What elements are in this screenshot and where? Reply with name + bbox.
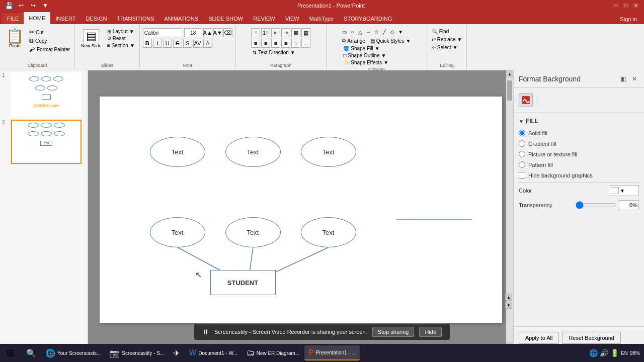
columns-btn[interactable]: ▦ xyxy=(301,28,310,37)
language-sys[interactable]: EN xyxy=(621,350,628,356)
section-button[interactable]: ≡ Section ▼ xyxy=(106,42,136,49)
prev-slide-btn[interactable]: ▲ xyxy=(505,294,512,301)
taskbar-screencastify[interactable]: 📷 Screencastify - S... xyxy=(106,345,168,360)
stop-sharing-button[interactable]: Stop sharing xyxy=(372,327,415,337)
cut-button[interactable]: ✂ Cut xyxy=(28,28,71,36)
solid-fill-radio[interactable] xyxy=(519,130,525,136)
paste-button[interactable]: 📋 Paste xyxy=(3,28,27,49)
battery-icon[interactable]: 🔋 xyxy=(610,349,619,357)
oval-bottom-3[interactable]: Text xyxy=(301,217,356,247)
shape-arrow[interactable]: → xyxy=(365,28,372,35)
reset-button[interactable]: ↺ Reset xyxy=(106,35,136,42)
tab-transitions[interactable]: TRANSITIONS xyxy=(112,13,159,24)
hide-background-checkbox[interactable] xyxy=(519,172,525,178)
justify-btn[interactable]: ≡ xyxy=(281,39,290,48)
save-btn[interactable]: 💾 xyxy=(4,1,14,10)
taskbar-screencasts[interactable]: 🌐 Your Screencasts... xyxy=(41,345,105,360)
tab-home[interactable]: HOME xyxy=(24,12,50,24)
start-button[interactable]: ⊞ xyxy=(0,344,20,362)
shape-fill-button[interactable]: 🪣 Shape Fill ▼ xyxy=(342,45,390,52)
tab-storyboarding[interactable]: STORYBOARDING xyxy=(339,13,397,24)
pattern-fill-option[interactable]: Pattern fill xyxy=(519,161,639,168)
color-picker-btn[interactable]: ▼ xyxy=(609,185,639,196)
canvas-area[interactable]: ▲ ▼ ▲ ▼ xyxy=(88,70,513,349)
oval-top-3[interactable]: Text xyxy=(301,137,356,167)
pattern-fill-radio[interactable] xyxy=(519,161,525,168)
align-left-btn[interactable]: ≡ xyxy=(251,39,260,48)
shape-star[interactable]: ☆ xyxy=(373,28,380,35)
undo-btn[interactable]: ↩ xyxy=(16,1,26,10)
shape-rect[interactable]: ▭ xyxy=(341,28,348,35)
char-spacing-btn[interactable]: AV xyxy=(193,39,202,48)
find-button[interactable]: 🔍 Find xyxy=(430,28,450,35)
line-spacing-btn[interactable]: ↕ xyxy=(291,39,300,48)
para-more-btn[interactable]: … xyxy=(301,39,310,48)
gradient-fill-radio[interactable] xyxy=(519,140,525,147)
replace-button[interactable]: ⇄ Replace ▼ xyxy=(430,36,464,43)
tab-insert[interactable]: INSERT xyxy=(50,13,80,24)
font-size-input[interactable] xyxy=(184,28,202,37)
italic-btn[interactable]: I xyxy=(153,39,162,48)
transparency-value[interactable] xyxy=(619,200,639,210)
taskbar-word[interactable]: W Document1 - W... xyxy=(185,345,241,360)
quick-styles-button[interactable]: ▤ Quick Styles ▼ xyxy=(369,37,412,44)
close-btn[interactable]: ✕ xyxy=(632,2,640,9)
taskbar-telegram[interactable]: ✈ xyxy=(169,345,184,360)
oval-top-1[interactable]: Text xyxy=(150,137,205,167)
next-slide-btn[interactable]: ▼ xyxy=(505,302,512,309)
taskbar-powerpoint[interactable]: P Presentation1 - ... xyxy=(304,345,360,360)
smartart-btn[interactable]: ⊠ xyxy=(291,28,300,37)
shape-oval[interactable]: ○ xyxy=(349,28,356,35)
font-name-input[interactable] xyxy=(143,28,183,37)
oval-bottom-1[interactable]: Text xyxy=(150,217,205,247)
apply-to-all-button[interactable]: Apply to All xyxy=(519,332,559,344)
shape-line[interactable]: ╱ xyxy=(381,28,388,35)
underline-btn[interactable]: U xyxy=(163,39,172,48)
oval-bottom-2[interactable]: Text xyxy=(225,217,281,247)
shape-outline-button[interactable]: □ Shape Outline ▼ xyxy=(342,52,390,59)
slide-thumb-2[interactable]: 2 ST xyxy=(2,120,86,164)
font-size-decrease-btn[interactable]: A▼ xyxy=(213,28,222,37)
customize-btn[interactable]: ▼ xyxy=(40,1,50,10)
panel-close-btn[interactable]: ✕ xyxy=(630,74,639,83)
increase-indent-btn[interactable]: ⇥ xyxy=(281,28,290,37)
minimize-btn[interactable]: ─ xyxy=(612,2,620,9)
slide-thumb-1[interactable]: 1 xyxy=(2,72,86,117)
shape-effects-button[interactable]: ✨ Shape Effects ▼ xyxy=(342,59,390,66)
sign-in-btn[interactable]: Sign in xyxy=(615,14,642,24)
tab-mathtype[interactable]: MathType xyxy=(304,13,339,24)
reset-background-button[interactable]: Reset Background xyxy=(562,332,621,344)
fill-section-header[interactable]: ▼ FILL xyxy=(519,118,639,125)
scrollbar-thumb[interactable] xyxy=(507,80,512,101)
bullets-btn[interactable]: ≡ xyxy=(251,28,260,37)
arrange-button[interactable]: ⧉ Arrange xyxy=(341,37,367,44)
gradient-fill-option[interactable]: Gradient fill xyxy=(519,140,639,147)
slide-canvas[interactable]: Text Text Text Text Text Text xyxy=(100,97,502,323)
shape-more[interactable]: ▼ xyxy=(397,28,404,35)
shape-triangle[interactable]: △ xyxy=(357,28,364,35)
panel-pin-btn[interactable]: ◧ xyxy=(619,74,628,83)
text-direction-button[interactable]: ⇅ Text Direction ▼ xyxy=(251,49,296,56)
taskbar-search[interactable]: 🔍 xyxy=(22,345,40,360)
picture-fill-radio[interactable] xyxy=(519,151,525,157)
tab-file[interactable]: FILE xyxy=(2,13,24,24)
scroll-up-btn[interactable]: ▲ xyxy=(506,70,513,77)
clear-format-btn[interactable]: ⌫ xyxy=(223,28,232,37)
layout-button[interactable]: ⊞ Layout ▼ xyxy=(106,28,136,35)
strikethrough-btn[interactable]: S xyxy=(173,39,182,48)
fill-tool-btn[interactable] xyxy=(519,93,533,107)
font-color-btn[interactable]: A xyxy=(203,39,212,48)
solid-fill-option[interactable]: Solid fill xyxy=(519,130,639,136)
slide-thumbnail-2[interactable]: STU xyxy=(11,120,82,164)
entity-student[interactable]: STUDENT xyxy=(210,270,276,295)
slide-thumbnail-1[interactable]: STUDENT + more xyxy=(11,72,82,117)
font-size-increase-btn[interactable]: A▲ xyxy=(203,28,212,37)
tab-review[interactable]: REVIEW xyxy=(248,13,280,24)
new-slide-button[interactable]: ▤ New Slide xyxy=(78,28,105,49)
align-right-btn[interactable]: ≡ xyxy=(271,39,280,48)
copy-button[interactable]: ⧉ Copy xyxy=(28,37,71,45)
numbering-btn[interactable]: 1≡ xyxy=(261,28,270,37)
format-painter-button[interactable]: 🖌 Format Painter xyxy=(28,45,71,53)
hide-notification-button[interactable]: Hide xyxy=(419,327,442,337)
redo-btn[interactable]: ↪ xyxy=(28,1,38,10)
